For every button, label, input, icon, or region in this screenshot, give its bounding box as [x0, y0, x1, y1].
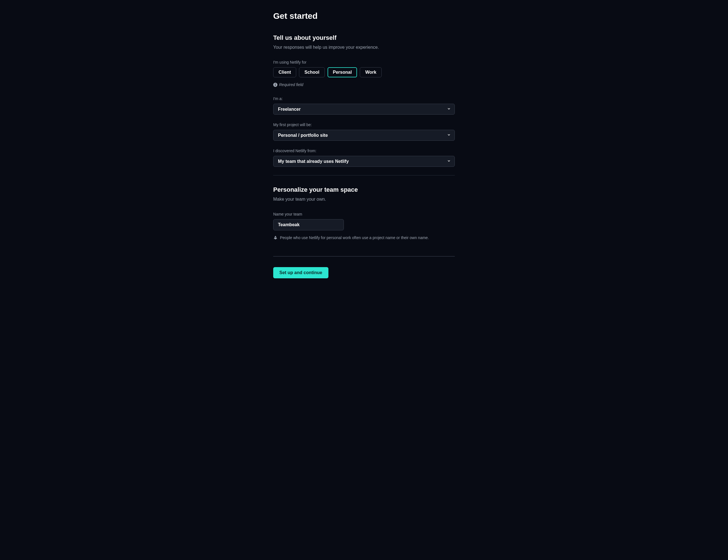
usage-option-work[interactable]: Work [360, 67, 381, 77]
team-name-label: Name your team [273, 212, 455, 216]
discovery-label: I discovered Netlify from: [273, 149, 455, 153]
discovery-select[interactable]: My team that already uses Netlify [273, 156, 455, 167]
project-field: My first project will be: Personal / por… [273, 122, 455, 141]
section-team-subtitle: Make your team your own. [273, 197, 455, 202]
required-field-text: Required field [279, 82, 303, 87]
section-about-subtitle: Your responses will help us improve your… [273, 45, 455, 50]
team-name-input[interactable] [273, 219, 344, 230]
svg-rect-1 [275, 84, 276, 86]
required-field-note: Required field [273, 82, 455, 87]
usage-radio-group: Client School Personal Work [273, 67, 455, 77]
usage-option-school[interactable]: School [299, 67, 325, 77]
setup-continue-button[interactable]: Set up and continue [273, 267, 329, 278]
discovery-field: I discovered Netlify from: My team that … [273, 149, 455, 167]
page-title: Get started [273, 11, 455, 21]
svg-point-2 [275, 84, 276, 84]
team-name-field: Name your team People who use Netlify fo… [273, 212, 455, 240]
usage-field: I'm using Netlify for Client School Pers… [273, 60, 455, 87]
role-select[interactable]: Freelancer [273, 104, 455, 115]
usage-option-personal[interactable]: Personal [328, 67, 357, 77]
team-name-hint: People who use Netlify for personal work… [273, 235, 455, 240]
onboarding-form: Get started Tell us about yourself Your … [273, 11, 455, 278]
team-name-hint-text: People who use Netlify for personal work… [280, 235, 429, 240]
section-team-title: Personalize your team space [273, 186, 455, 193]
project-select[interactable]: Personal / portfolio site [273, 130, 455, 141]
section-about-title: Tell us about yourself [273, 34, 455, 41]
info-icon [273, 83, 278, 87]
role-field: I'm a: Freelancer [273, 96, 455, 115]
role-label: I'm a: [273, 96, 455, 101]
usage-label: I'm using Netlify for [273, 60, 455, 64]
project-label: My first project will be: [273, 122, 455, 127]
rocket-icon [273, 235, 278, 240]
usage-option-client[interactable]: Client [273, 67, 296, 77]
